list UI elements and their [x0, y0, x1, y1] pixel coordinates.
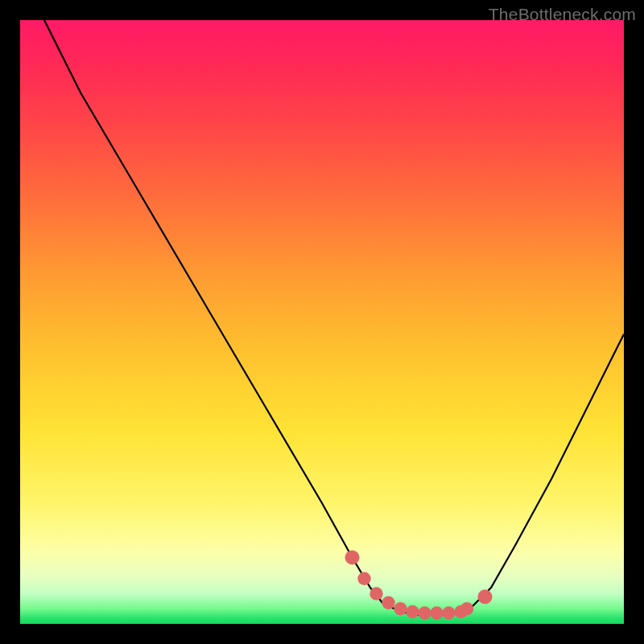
- bottleneck-curve: [20, 20, 624, 624]
- curve-line: [44, 20, 624, 615]
- chart-frame: TheBottleneck.com: [0, 0, 644, 644]
- sweet-spot-marker: [394, 602, 407, 615]
- sweet-spot-marker: [418, 606, 431, 619]
- sweet-spot-marker: [478, 589, 493, 604]
- sweet-spot-marker: [460, 602, 473, 615]
- sweet-spot-marker: [357, 572, 370, 585]
- sweet-spot-marker: [345, 551, 360, 565]
- sweet-spot-markers: [345, 551, 493, 620]
- watermark-text: TheBottleneck.com: [489, 5, 636, 24]
- sweet-spot-marker: [406, 605, 419, 618]
- plot-area: [20, 20, 624, 624]
- sweet-spot-marker: [382, 597, 394, 609]
- sweet-spot-marker: [369, 587, 382, 600]
- sweet-spot-marker: [430, 606, 443, 619]
- sweet-spot-marker: [442, 606, 455, 619]
